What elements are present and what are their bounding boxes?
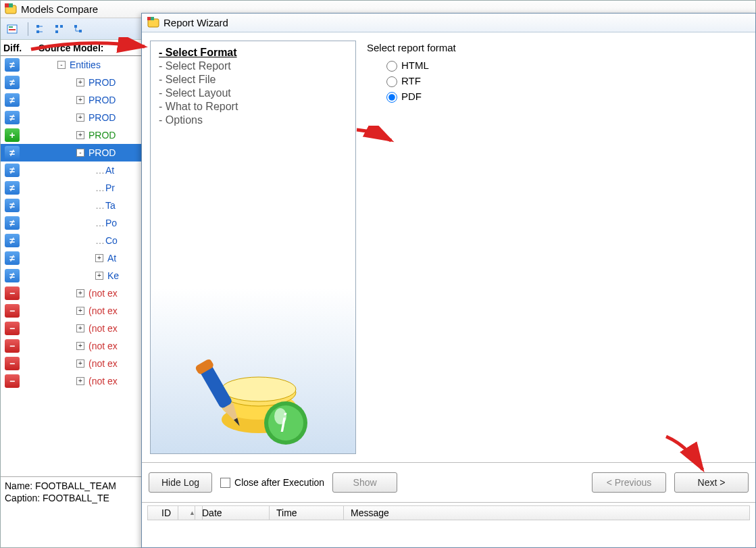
previous-button[interactable]: < Previous: [592, 472, 666, 493]
tree-item-label: (not ex: [89, 341, 118, 351]
diff-added-icon: +: [5, 128, 20, 142]
expand-icon[interactable]: +: [76, 131, 84, 139]
svg-rect-4: [9, 26, 13, 28]
expand-icon[interactable]: +: [76, 114, 84, 122]
models-compare-title: Models Compare: [21, 3, 98, 15]
format-option[interactable]: HTML: [383, 59, 747, 72]
wizard-button-bar: Hide Log Close after Execution Show < Pr…: [142, 462, 755, 502]
diff-removed-icon: −: [5, 322, 20, 335]
wizard-icon: [147, 17, 159, 29]
diff-changed-icon: ≠: [5, 93, 20, 107]
tree-item-label: (not ex: [89, 288, 118, 299]
toolbar-report-button[interactable]: [5, 22, 21, 36]
svg-rect-5: [9, 29, 16, 30]
diff-changed-icon: ≠: [5, 269, 20, 282]
tree-item-label: (not ex: [89, 358, 118, 369]
expand-icon[interactable]: +: [76, 342, 84, 350]
log-col-id[interactable]: ID▲: [148, 506, 195, 520]
tree-item-label: PROD: [89, 95, 116, 105]
diff-removed-icon: −: [5, 374, 20, 388]
checkbox-icon: [220, 478, 230, 488]
wizard-step[interactable]: Options: [159, 114, 355, 126]
tree-item-label: (not ex: [89, 323, 118, 334]
diff-removed-icon: −: [5, 304, 20, 318]
report-wizard-titlebar: Report Wizard: [142, 14, 755, 32]
app-icon: [5, 3, 17, 16]
diff-changed-icon: ≠: [5, 199, 20, 212]
svg-rect-14: [147, 17, 151, 20]
log-col-time[interactable]: Time: [270, 506, 344, 520]
diff-changed-icon: ≠: [5, 216, 20, 230]
diff-removed-icon: −: [5, 339, 20, 353]
expand-icon[interactable]: +: [76, 289, 84, 297]
show-button[interactable]: Show: [332, 472, 397, 493]
format-radio[interactable]: [386, 76, 397, 87]
hide-log-button[interactable]: Hide Log: [149, 472, 212, 493]
wizard-art-icon: i: [171, 352, 313, 447]
tree-item-label: Co: [105, 235, 118, 246]
next-button[interactable]: Next >: [674, 472, 749, 493]
wizard-log-panel: ID▲ Date Time Message: [142, 502, 755, 539]
svg-point-19: [222, 377, 296, 401]
diff-removed-icon: −: [5, 357, 20, 370]
tree-item-label: PROD: [89, 147, 116, 158]
log-header: ID▲ Date Time Message: [147, 505, 750, 520]
wizard-nav: Select FormatSelect ReportSelect FileSel…: [150, 41, 356, 454]
svg-rect-15: [151, 17, 154, 20]
wizard-step[interactable]: Select File: [159, 74, 355, 86]
diff-changed-icon: ≠: [5, 234, 20, 247]
expand-icon[interactable]: +: [95, 272, 103, 280]
svg-rect-2: [9, 3, 13, 7]
tree-item-label: PROD: [89, 77, 116, 88]
format-label: RTF: [401, 75, 421, 86]
wizard-step[interactable]: Select Format: [159, 47, 355, 59]
wizard-step[interactable]: Select Layout: [159, 87, 355, 99]
svg-rect-1: [5, 3, 9, 7]
tree-item-label: Ke: [107, 270, 119, 281]
diff-removed-icon: −: [5, 287, 20, 300]
wizard-step[interactable]: What to Report: [159, 101, 355, 113]
log-col-date[interactable]: Date: [195, 506, 270, 520]
diff-changed-icon: ≠: [5, 76, 20, 89]
expand-icon[interactable]: +: [76, 359, 84, 368]
svg-rect-7: [36, 30, 39, 33]
close-after-exec-label: Close after Execution: [234, 477, 324, 488]
collapse-icon[interactable]: -: [76, 149, 84, 157]
expand-icon[interactable]: +: [76, 307, 84, 315]
tree-item-label: At: [107, 253, 116, 264]
diff-changed-icon: ≠: [5, 111, 20, 124]
tree-item-label: Pr: [105, 182, 115, 193]
tree-item-label: (not ex: [89, 305, 118, 316]
svg-rect-9: [60, 25, 63, 28]
svg-rect-11: [74, 25, 77, 28]
tree-item-label: (not ex: [89, 376, 118, 387]
format-group-title: Select report format: [367, 42, 747, 53]
report-wizard-dialog: Report Wizard Select FormatSelect Report…: [141, 13, 756, 548]
svg-rect-10: [55, 30, 58, 33]
collapse-icon[interactable]: -: [57, 61, 66, 69]
format-option[interactable]: RTF: [383, 74, 747, 87]
log-col-message[interactable]: Message: [344, 506, 749, 520]
toolbar-tree-button-1[interactable]: [32, 22, 49, 36]
close-after-exec-checkbox[interactable]: Close after Execution: [220, 477, 324, 488]
format-radio[interactable]: [386, 61, 397, 72]
svg-rect-8: [55, 25, 58, 28]
tree-item-label: Entities: [70, 59, 101, 70]
tree-item-label: PROD: [89, 112, 116, 123]
wizard-step[interactable]: Select Report: [159, 60, 355, 72]
diff-changed-icon: ≠: [5, 164, 20, 177]
format-radio[interactable]: [386, 92, 397, 103]
expand-icon[interactable]: +: [76, 324, 84, 332]
expand-icon[interactable]: +: [76, 78, 84, 86]
toolbar-separator: [28, 22, 28, 36]
toolbar-tree-button-2[interactable]: [51, 22, 68, 36]
toolbar-tree-button-3[interactable]: [70, 22, 86, 36]
format-label: HTML: [401, 59, 429, 71]
diff-changed-icon: ≠: [5, 146, 20, 159]
diff-changed-icon: ≠: [5, 58, 20, 72]
format-option[interactable]: PDF: [383, 90, 747, 103]
header-diff: Diff.: [1, 43, 34, 53]
expand-icon[interactable]: +: [76, 377, 84, 385]
expand-icon[interactable]: +: [95, 254, 103, 262]
expand-icon[interactable]: +: [76, 96, 84, 104]
